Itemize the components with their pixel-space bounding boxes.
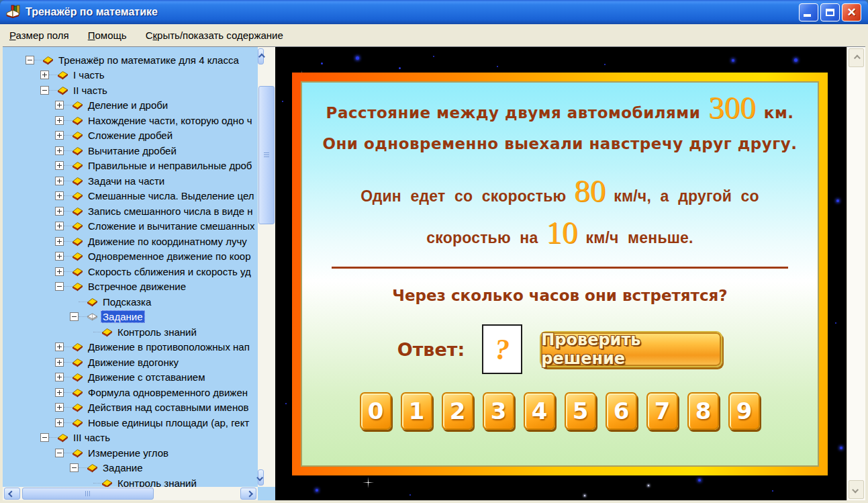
tree-item[interactable]: III часть [3, 430, 258, 446]
expand-plus-icon[interactable] [55, 237, 64, 246]
tree-item[interactable]: Встречное движение [3, 279, 258, 295]
scroll-up-button[interactable] [258, 48, 264, 64]
digit-button-4[interactable]: 4 [524, 392, 555, 430]
expand-plus-icon[interactable] [55, 388, 64, 397]
tree-item[interactable]: Сложение и вычитание смешанных [3, 219, 258, 234]
tree-item[interactable]: Контроль знаний [3, 324, 258, 340]
minimize-button[interactable] [799, 3, 818, 21]
tree-item[interactable]: Деление и дроби [3, 98, 258, 113]
tree-item[interactable]: Подсказка [3, 294, 258, 310]
expand-plus-icon[interactable] [55, 342, 64, 351]
tree-item[interactable]: Вычитание дробей [3, 143, 258, 158]
tree-connector [64, 241, 72, 242]
tree-item[interactable]: Движение по координатному лучу [3, 234, 258, 249]
collapse-minus-icon[interactable] [40, 433, 49, 442]
grip-icon [264, 152, 269, 158]
check-solution-button[interactable]: Проверить решение [540, 331, 722, 367]
collapse-minus-icon[interactable] [55, 282, 64, 291]
book-closed-icon [101, 327, 115, 337]
menu-item[interactable]: Помощь [88, 30, 127, 41]
tree-item-label: III часть [71, 431, 112, 444]
expand-plus-icon[interactable] [55, 403, 64, 412]
expand-plus-icon[interactable] [55, 131, 64, 140]
expand-plus-icon[interactable] [55, 161, 64, 170]
tree-connector [64, 453, 72, 453]
collapse-minus-icon[interactable] [70, 463, 79, 472]
tree-item[interactable]: Одновременное движение по коор [3, 249, 258, 265]
tree-item[interactable]: Задание [3, 310, 258, 325]
expand-plus-icon[interactable] [55, 418, 64, 427]
content-scrollbar[interactable] [847, 47, 865, 500]
tree-item[interactable]: II часть [3, 83, 258, 98]
chevron-up-icon [854, 54, 861, 61]
tree-item[interactable]: Смешанные числа. Выделение цел [3, 189, 258, 204]
tree-item[interactable]: Правильные и неправильные дроб [3, 158, 258, 174]
tree-item-label: Сложение и вычитание смешанных [86, 220, 257, 232]
scroll-thumb[interactable] [22, 488, 154, 500]
tree-item[interactable]: I часть [3, 68, 258, 83]
menu-item[interactable]: Размер поля [9, 30, 69, 41]
star-icon [409, 494, 411, 496]
tree-item[interactable]: Задание [3, 461, 258, 476]
expand-plus-icon[interactable] [40, 71, 49, 79]
tree-item[interactable]: Движение с отставанием [3, 370, 258, 385]
collapse-minus-icon[interactable] [40, 86, 49, 95]
scroll-left-button[interactable] [4, 488, 20, 500]
tree-item[interactable]: Скорость сближения и скорость уд [3, 264, 258, 279]
expand-plus-icon[interactable] [55, 101, 64, 109]
tree-item[interactable]: Нахождение части, которую одно ч [3, 113, 258, 128]
collapse-minus-icon[interactable] [70, 312, 79, 321]
tree-item[interactable]: Запись смешанного числа в виде н [3, 203, 258, 219]
digit-button-8[interactable]: 8 [687, 392, 719, 430]
tree-connector [64, 211, 72, 212]
tree-item[interactable]: Движение в противоположных нап [3, 340, 258, 355]
tree-item[interactable]: Контроль знаний [3, 475, 258, 487]
expand-plus-icon[interactable] [55, 358, 64, 367]
expand-plus-icon[interactable] [55, 146, 64, 155]
collapse-minus-icon[interactable] [55, 449, 64, 457]
scroll-up-button[interactable] [849, 48, 864, 67]
scroll-thumb[interactable] [258, 86, 275, 224]
answer-input-box[interactable]: ? [482, 324, 522, 374]
scroll-down-button[interactable] [849, 480, 864, 499]
digit-button-3[interactable]: 3 [483, 392, 514, 430]
check-solution-label: Проверить решение [541, 330, 721, 368]
menu-item[interactable]: Скрыть/показать содержание [146, 30, 283, 41]
scroll-right-button[interactable] [240, 488, 256, 500]
tree-item[interactable]: Тренажёр по математике для 4 класса [3, 52, 258, 68]
tree-item[interactable]: Движение вдогонку [3, 355, 258, 370]
expand-plus-icon[interactable] [55, 252, 64, 261]
scroll-down-button[interactable] [258, 469, 264, 486]
tree-item[interactable]: Сложение дробей [3, 128, 258, 144]
answer-row: Ответ: ? Проверить решение [397, 321, 722, 377]
tree-horizontal-scrollbar[interactable] [3, 487, 258, 500]
digit-button-1[interactable]: 1 [401, 392, 432, 430]
tree-vertical-scrollbar[interactable] [258, 47, 275, 487]
tree-item[interactable]: Задачи на части [3, 173, 258, 189]
expand-plus-icon[interactable] [55, 116, 64, 125]
tree-item[interactable]: Действия над составными именов [3, 400, 258, 416]
answer-value: ? [495, 332, 510, 367]
expand-plus-icon[interactable] [55, 177, 64, 185]
tree-item-label: Задание [101, 310, 145, 323]
close-button[interactable]: ✕ [842, 3, 861, 21]
tree-item[interactable]: Измерение углов [3, 445, 258, 461]
expand-plus-icon[interactable] [55, 191, 64, 200]
digit-button-5[interactable]: 5 [565, 392, 596, 430]
expand-plus-icon[interactable] [55, 267, 64, 276]
expand-plus-icon[interactable] [55, 373, 64, 381]
maximize-button[interactable] [820, 3, 840, 21]
tree-item[interactable]: Формула одновременного движен [3, 385, 258, 400]
digit-button-9[interactable]: 9 [728, 392, 760, 430]
digit-button-7[interactable]: 7 [646, 392, 678, 430]
expand-plus-icon[interactable] [55, 222, 64, 230]
problem-text: км/ч меньше. [585, 229, 693, 247]
tree-item[interactable]: Новые единицы площади (ар, гект [3, 415, 258, 430]
digit-button-2[interactable]: 2 [442, 392, 473, 430]
tree-connector [64, 226, 72, 226]
expand-plus-icon[interactable] [55, 207, 64, 216]
digit-button-6[interactable]: 6 [606, 392, 637, 430]
digit-button-0[interactable]: 0 [360, 392, 391, 430]
tree-connector [49, 437, 57, 438]
collapse-minus-icon[interactable] [26, 56, 34, 64]
